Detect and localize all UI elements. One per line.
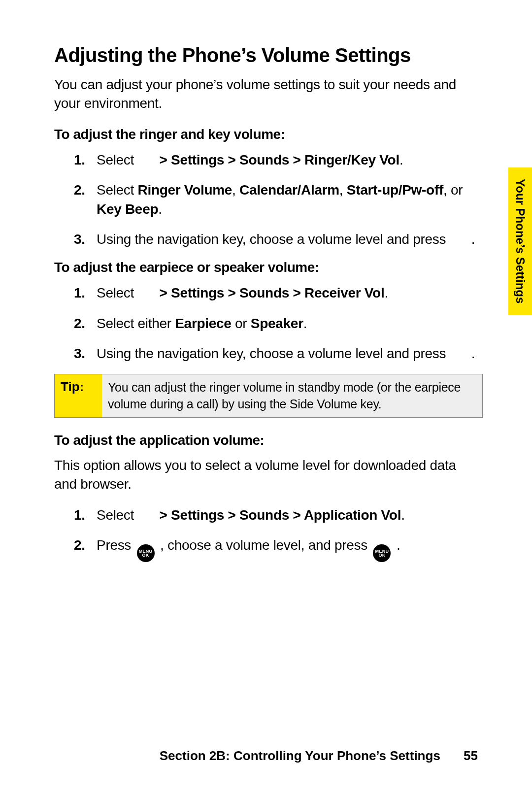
step-text: Press xyxy=(97,537,135,553)
period: . xyxy=(303,316,307,331)
step: Using the navigation key, choose a volum… xyxy=(74,344,478,363)
side-tab-label: Your Phone’s Settings xyxy=(513,179,527,303)
option: Speaker xyxy=(251,316,303,331)
page-title: Adjusting the Phone’s Volume Settings xyxy=(54,44,483,66)
step-tail: . xyxy=(393,537,400,553)
tip-body: You can adjust the ringer volume in stan… xyxy=(102,374,482,418)
subhead-app: To adjust the application volume: xyxy=(54,432,483,448)
step-text: Select xyxy=(97,507,134,523)
sep: , xyxy=(339,182,347,198)
steps-ringer: Select > Settings > Sounds > Ringer/Key … xyxy=(74,150,483,249)
subhead-earpiece: To adjust the earpiece or speaker volume… xyxy=(54,260,483,275)
step: Select > Settings > Sounds > Ringer/Key … xyxy=(74,150,478,169)
section-label: Section 2B: Controlling Your Phone’s Set… xyxy=(160,748,440,763)
menu-ok-bot: OK xyxy=(378,553,385,558)
sep: or xyxy=(232,316,251,331)
option: Key Beep xyxy=(97,201,158,217)
tip-box: Tip: You can adjust the ringer volume in… xyxy=(54,374,483,418)
step-text: Select xyxy=(97,182,138,198)
steps-app: Select > Settings > Sounds > Application… xyxy=(74,505,483,562)
period: . xyxy=(158,201,162,217)
step: Select Ringer Volume, Calendar/Alarm, St… xyxy=(74,180,478,219)
intro-text: You can adjust your phone’s volume setti… xyxy=(54,75,458,113)
sep: , xyxy=(232,182,239,198)
option: Earpiece xyxy=(175,316,231,331)
side-tab: Your Phone’s Settings xyxy=(508,167,532,315)
tip-label: Tip: xyxy=(55,374,102,418)
app-intro: This option allows you to select a volum… xyxy=(54,456,458,494)
step-text: Select either xyxy=(97,316,175,331)
step: Select either Earpiece or Speaker. xyxy=(74,314,478,333)
step-tail: . xyxy=(467,232,475,247)
period: . xyxy=(399,152,403,167)
menu-path: > Settings > Sounds > Application Vol xyxy=(156,507,401,523)
step-text: Using the navigation key, choose a volum… xyxy=(97,346,446,361)
menu-path: > Settings > Sounds > Receiver Vol xyxy=(156,285,384,300)
page-footer: Section 2B: Controlling Your Phone’s Set… xyxy=(0,748,532,764)
menu-ok-icon: MENUOK xyxy=(137,544,155,562)
manual-page: Adjusting the Phone’s Volume Settings Yo… xyxy=(0,0,532,798)
step: Select > Settings > Sounds > Application… xyxy=(74,505,478,525)
option: Calendar/Alarm xyxy=(239,182,339,198)
step-text: Select xyxy=(97,152,134,167)
step-text: Select xyxy=(97,285,134,300)
period: . xyxy=(384,285,388,300)
menu-ok-bot: OK xyxy=(142,553,149,558)
steps-earpiece: Select > Settings > Sounds > Receiver Vo… xyxy=(74,283,483,363)
subhead-ringer: To adjust the ringer and key volume: xyxy=(54,127,483,142)
page-number: 55 xyxy=(464,748,478,764)
menu-ok-icon: MENUOK xyxy=(373,544,391,562)
step: Select > Settings > Sounds > Receiver Vo… xyxy=(74,283,478,302)
step-text: Using the navigation key, choose a volum… xyxy=(97,232,446,247)
menu-path: > Settings > Sounds > Ringer/Key Vol xyxy=(156,152,399,167)
step: Using the navigation key, choose a volum… xyxy=(74,230,478,249)
step-tail: . xyxy=(467,346,475,361)
step-text: , choose a volume level, and press xyxy=(157,537,371,553)
sep: , or xyxy=(443,182,463,198)
option: Ringer Volume xyxy=(138,182,233,198)
option: Start-up/Pw-off xyxy=(347,182,443,198)
step: Press MENUOK , choose a volume level, an… xyxy=(74,535,478,562)
period: . xyxy=(401,507,404,523)
